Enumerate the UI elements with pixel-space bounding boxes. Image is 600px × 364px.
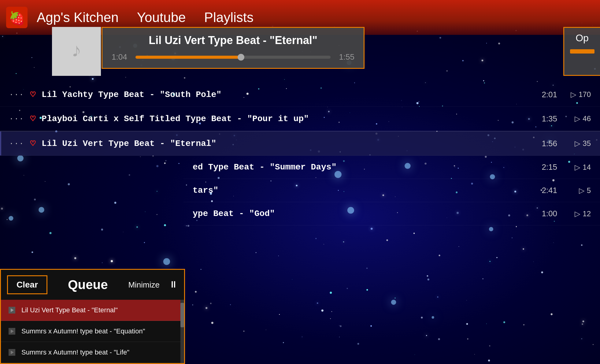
main-nav: Agp's Kitchen Youtube Playlists	[37, 10, 254, 25]
track-duration: 1:00	[542, 209, 557, 218]
track-duration: 2:01	[542, 90, 557, 99]
track-title: ed Type Beat - "Summer Days"	[193, 162, 542, 172]
play-icon: ▷	[575, 139, 580, 148]
open-button[interactable]: Op	[563, 27, 600, 76]
pause-icon[interactable]: ⏸	[169, 279, 178, 290]
track-list: ··· ♡ Lil Yachty Type Beat - "South Pole…	[0, 83, 600, 225]
progress-bar[interactable]	[135, 56, 331, 59]
queue-item-icon	[7, 347, 17, 357]
album-art: ♪	[52, 27, 101, 76]
svg-text:🍓: 🍓	[9, 11, 25, 27]
favorite-icon[interactable]: ♡	[30, 138, 35, 149]
track-duration: 2:15	[542, 162, 557, 172]
play-count: ▷ 12	[566, 210, 591, 218]
track-title: Lil Uzi Vert Type Beat - "Eternal"	[42, 139, 542, 148]
track-duration: 2:41	[542, 186, 557, 195]
player-box: Lil Uzi Vert Type Beat - "Eternal" 1:04 …	[102, 27, 365, 69]
play-count: ▷ 5	[566, 186, 591, 195]
queue-scroll-thumb	[180, 303, 184, 327]
open-button-label: Op	[576, 32, 589, 44]
track-item[interactable]: tars" 2:41 ▷ 5	[183, 179, 600, 202]
total-time: 1:55	[336, 52, 354, 62]
favorite-icon[interactable]: ♡	[30, 89, 35, 100]
progress-thumb[interactable]	[238, 54, 244, 61]
queue-item-icon	[7, 305, 17, 315]
play-count: ▷ 46	[566, 114, 591, 123]
queue-item-name: Lil Uzi Vert Type Beat - "Eternal"	[21, 306, 118, 314]
track-item[interactable]: ··· ♡ Playboi Carti x Self Titled Type B…	[0, 107, 600, 131]
play-icon: ▷	[575, 210, 580, 218]
app-logo[interactable]: 🍓	[6, 7, 28, 28]
play-icon: ▷	[571, 90, 576, 99]
track-item[interactable]: ed Type Beat - "Summer Days" 2:15 ▷ 14	[183, 156, 600, 179]
track-options-dots[interactable]: ···	[9, 139, 24, 148]
play-count: ▷ 35	[566, 139, 591, 148]
current-time: 1:04	[112, 52, 130, 62]
open-btn-bar	[570, 49, 594, 54]
track-item[interactable]: ··· ♡ Lil Yachty Type Beat - "South Pole…	[0, 83, 600, 107]
play-icon: ▷	[579, 186, 584, 195]
queue-panel: Clear Queue Minimize ⏸ Lil Uzi Vert Type…	[0, 269, 185, 364]
play-icon: ▷	[575, 114, 580, 123]
queue-item[interactable]: Summrs x Autumn! type beat - "Life"	[1, 342, 180, 363]
track-title: tars"	[193, 186, 542, 195]
queue-title: Queue	[54, 277, 122, 292]
track-options-dots[interactable]: ···	[9, 91, 24, 99]
track-item[interactable]: ype Beat - "God" 1:00 ▷ 12	[183, 202, 600, 225]
track-options-dots[interactable]: ···	[9, 115, 24, 123]
track-duration: 1:35	[542, 114, 557, 124]
queue-item-name: Summrs x Autumn! type beat - "Equation"	[21, 327, 145, 335]
minimize-button[interactable]: Minimize	[128, 280, 160, 290]
now-playing-title: Lil Uzi Vert Type Beat - "Eternal"	[112, 34, 354, 47]
progress-row: 1:04 1:55	[112, 52, 354, 62]
queue-item-active[interactable]: Lil Uzi Vert Type Beat - "Eternal"	[1, 300, 180, 321]
clear-button[interactable]: Clear	[7, 275, 47, 294]
track-title: Lil Yachty Type Beat - "South Pole"	[42, 90, 542, 99]
nav-youtube[interactable]: Youtube	[137, 10, 186, 25]
track-item-active[interactable]: ··· ♡ Lil Uzi Vert Type Beat - "Eternal"…	[0, 132, 600, 156]
music-note-icon: ♪	[71, 40, 82, 62]
nav-agps-kitchen[interactable]: Agp's Kitchen	[37, 10, 119, 25]
track-title: Playboi Carti x Self Titled Type Beat - …	[42, 114, 542, 124]
favorite-icon[interactable]: ♡	[30, 113, 35, 124]
queue-scrollbar[interactable]	[180, 300, 184, 363]
track-title: ype Beat - "God"	[193, 209, 542, 218]
queue-item-name: Summrs x Autumn! type beat - "Life"	[21, 348, 129, 356]
play-count: ▷ 170	[566, 90, 591, 99]
queue-items-wrapper: Lil Uzi Vert Type Beat - "Eternal" Summr…	[1, 300, 184, 363]
queue-item-icon	[7, 326, 17, 336]
queue-header: Clear Queue Minimize ⏸	[1, 270, 184, 300]
play-icon: ▷	[575, 163, 580, 172]
queue-items-list: Lil Uzi Vert Type Beat - "Eternal" Summr…	[1, 300, 180, 363]
progress-fill	[135, 56, 241, 59]
queue-item[interactable]: Summrs x Autumn! type beat - "Equation"	[1, 321, 180, 342]
track-duration: 1:56	[542, 139, 557, 148]
play-count: ▷ 14	[566, 163, 591, 172]
nav-playlists[interactable]: Playlists	[204, 10, 254, 25]
